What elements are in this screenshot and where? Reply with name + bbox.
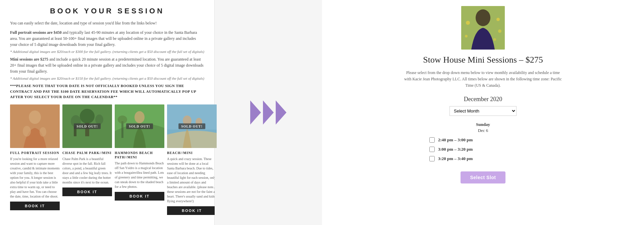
session-photo (461, 6, 505, 50)
arrows-container (250, 100, 286, 125)
svg-rect-12 (121, 121, 123, 138)
arrow-chevron-3 (276, 100, 286, 125)
time-slot-label-2: 3:00 pm – 3:20 pm (438, 147, 473, 152)
time-slot-2: 3:00 pm – 3:20 pm (429, 147, 537, 152)
time-slot-3: 3:20 pm – 3:40 pm (429, 156, 537, 161)
card-title-beach: BEACH//MINI (167, 151, 217, 155)
svg-point-1 (29, 110, 41, 124)
svg-point-5 (80, 109, 95, 124)
time-slot-label-1: 2:40 pm – 3:00 pm (438, 137, 473, 143)
right-intro-text: Please select from the drop down menu be… (402, 70, 564, 89)
svg-point-9 (95, 115, 103, 125)
time-slot-label-3: 3:20 pm – 3:40 pm (438, 156, 473, 161)
right-panel: Stow House Mini Sessions – $275 Please s… (322, 0, 644, 225)
middle-arrows-panel (215, 0, 322, 225)
card-hammonds: SOLD OUT! HAMMONDS BEACH PATH//MINI The … (115, 104, 164, 215)
card-image-beach: SOLD OUT! (167, 104, 217, 148)
arrow-chevron-2 (263, 100, 274, 125)
book-btn-beach[interactable]: BOOK IT (167, 206, 217, 215)
card-title-hammonds: HAMMONDS BEACH PATH//MINI (115, 151, 164, 159)
full-portrait-note: * Additional digital images are $20/each… (10, 50, 204, 54)
sold-out-badge-chase: SOLD OUT! (74, 123, 101, 129)
card-beach: SOLD OUT! BEACH//MINI A quick and crazy … (167, 104, 217, 215)
arrow-chevron-1 (250, 100, 261, 125)
card-full-portrait: FULL PORTRAIT SESSION If you're looking … (10, 104, 60, 215)
svg-point-24 (498, 29, 501, 33)
svg-point-13 (118, 116, 127, 124)
card-chase-palm-park: SOLD OUT! CHASE PALM PARK//MINI Chase Pa… (62, 104, 112, 215)
time-checkbox-1[interactable] (429, 137, 435, 143)
sold-out-badge-beach: SOLD OUT! (178, 123, 205, 129)
svg-point-23 (465, 35, 468, 38)
card-desc-hammonds: The path down to Hammonds Beach off San … (115, 161, 164, 189)
intro-text: You can easily select the date, location… (10, 20, 204, 26)
calendar-month: December 2020 (429, 96, 537, 103)
time-checkbox-3[interactable] (429, 156, 435, 161)
full-portrait-desc: Full portrait sessions are $450 and typi… (10, 29, 204, 48)
sold-out-badge-hammonds: SOLD OUT! (126, 123, 153, 129)
page-title: BOOK YOUR SESSION (10, 7, 204, 15)
book-btn-chase[interactable]: BOOK IT (62, 188, 112, 196)
svg-point-2 (23, 126, 31, 137)
mini-desc: Mini sessions are $275 and include a qui… (10, 56, 204, 74)
svg-point-20 (476, 9, 490, 26)
session-cards-row: FULL PORTRAIT SESSION If you're looking … (10, 104, 204, 215)
book-btn-full-portrait[interactable]: BOOK IT (10, 202, 60, 210)
right-session-title: Stow House Mini Sessions – $275 (423, 55, 543, 65)
card-title-chase: CHASE PALM PARK//MINI (62, 151, 112, 155)
svg-point-21 (466, 21, 470, 25)
month-select[interactable]: Select Month December 2020 January 2021 (449, 106, 517, 116)
day-label: Sunday (429, 122, 537, 127)
svg-point-3 (40, 127, 46, 137)
card-image-hammonds: SOLD OUT! (115, 104, 164, 148)
svg-point-25 (493, 38, 496, 41)
warning-text: ***PLEASE NOTE THAT YOUR DATE IS NOT OFF… (10, 83, 204, 100)
time-slot-1: 2:40 pm – 3:00 pm (429, 137, 537, 143)
mini-note: * Additional digital images are $20/each… (10, 76, 204, 80)
card-image-chase: SOLD OUT! (62, 104, 112, 148)
left-panel: BOOK YOUR SESSION You can easily select … (0, 0, 215, 225)
card-image-full-portrait (10, 104, 60, 148)
card-desc-beach: A quick and crazy session. These session… (167, 157, 217, 204)
svg-point-11 (135, 111, 145, 123)
card-desc-full-portrait: If you're looking for a more relaxed ses… (10, 157, 60, 199)
card-title-full-portrait: FULL PORTRAIT SESSION (10, 151, 60, 155)
select-slot-button[interactable]: Select Slot (461, 171, 505, 183)
svg-point-22 (496, 18, 500, 21)
card-desc-chase: Chase Palm Park is a beautiful diverse s… (62, 157, 112, 185)
time-checkbox-2[interactable] (429, 147, 435, 152)
calendar-section: December 2020 Select Month December 2020… (429, 96, 537, 183)
book-btn-hammonds[interactable]: BOOK IT (115, 192, 164, 201)
date-label: Dec 6 (429, 128, 537, 133)
